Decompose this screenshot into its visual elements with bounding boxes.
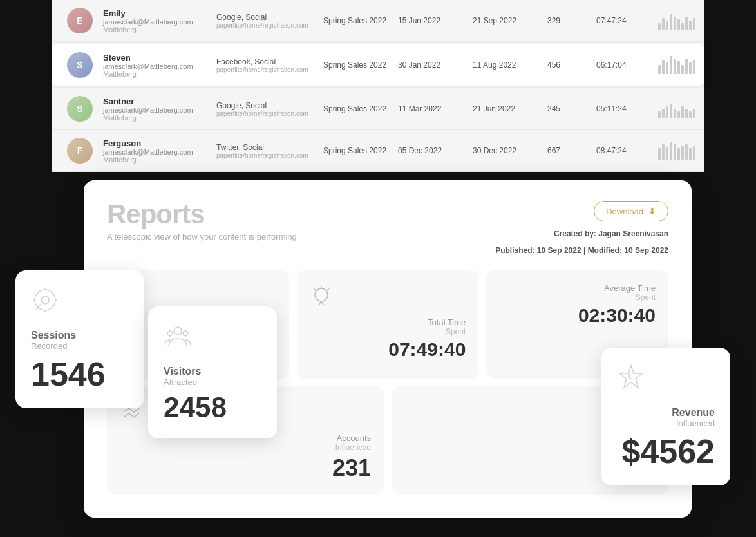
avatar: E: [67, 8, 93, 33]
time: 06:17:04: [596, 61, 648, 70]
table-panel: E Emily jamesclark@Mattleberg.com Mattle…: [52, 0, 704, 172]
sessions-sublabel: Recorded: [31, 341, 129, 351]
download-label: Download: [606, 207, 643, 216]
source-info: Google, Social paperflite/home/registrat…: [216, 101, 313, 117]
svg-line-5: [314, 288, 316, 291]
campaign: Spring Sales 2022: [323, 104, 388, 113]
card-sessions: Sessions Recorded 1546: [15, 270, 144, 408]
created-by-label: Created by:: [554, 229, 596, 238]
revenue-label: Revenue: [617, 407, 715, 419]
mini-chart: [658, 12, 703, 30]
visitors-label: Visitors: [164, 366, 261, 377]
count: 329: [547, 16, 586, 25]
meta-info: Created by: Jagan Sreenivasan: [554, 229, 668, 238]
svg-point-9: [41, 296, 49, 304]
svg-text:$: $: [628, 373, 632, 381]
revenue-sublabel: Influenced: [617, 419, 715, 428]
start-date: 30 Jan 2022: [398, 61, 462, 70]
avatar: S: [67, 96, 93, 122]
source-info: Google, Social paperflite/home/registrat…: [216, 13, 313, 29]
svg-point-2: [315, 288, 328, 301]
source-name: Twitter, Social: [216, 143, 313, 152]
revenue-icon: $: [617, 363, 715, 397]
svg-point-16: [183, 331, 188, 336]
end-date: 21 Jun 2022: [473, 104, 537, 113]
reports-title: Reports: [107, 201, 297, 228]
campaign: Spring Sales 2022: [323, 61, 388, 70]
svg-line-7: [321, 301, 324, 305]
source-url: paperflite/home/registration.com: [216, 152, 313, 159]
card-revenue: $ Revenue Influenced $4562: [601, 348, 730, 485]
user-info: Santner jamesclark@Mattleberg.com Mattle…: [103, 97, 206, 122]
download-button[interactable]: Download ⬇: [594, 201, 668, 221]
mini-chart: [658, 100, 703, 118]
table-row-highlighted[interactable]: S Steven jamesclark@Mattleberg.com Mattl…: [52, 44, 704, 86]
separator: |: [583, 246, 588, 255]
source-url: paperflite/home/registration.com: [216, 22, 313, 29]
user-email: jamesclark@Mattleberg.com: [103, 18, 206, 26]
total-time-sublabel: Spent: [310, 327, 466, 336]
source-url: paperflite/home/registration.com: [216, 66, 313, 73]
avg-time-value: 02:30:40: [499, 305, 656, 326]
source-url: paperflite/home/registration.com: [216, 110, 313, 117]
count: 245: [547, 104, 586, 113]
count: 456: [547, 61, 586, 70]
user-name: Steven: [103, 53, 206, 62]
user-info: Ferguson jamesclark@Mattleberg.com Mattl…: [103, 138, 206, 164]
reports-header: Reports A telescopic view of how your co…: [107, 201, 668, 255]
count: 667: [547, 146, 586, 155]
table-row[interactable]: S Santner jamesclark@Mattleberg.com Matt…: [52, 88, 704, 130]
time: 05:11:24: [596, 104, 648, 113]
user-company: Mattleberg: [103, 114, 206, 122]
published-label: Published:: [495, 246, 537, 255]
user-company: Mattleberg: [103, 26, 206, 33]
user-name: Santner: [103, 97, 206, 106]
visitors-sublabel: Attracted: [164, 377, 261, 387]
svg-point-15: [167, 331, 173, 336]
user-email: jamesclark@Mattleberg.com: [103, 148, 206, 156]
table-row[interactable]: F Ferguson jamesclark@Mattleberg.com Mat…: [52, 130, 704, 172]
published-date: 10 Sep 2022: [537, 246, 581, 255]
dates-info: Published: 10 Sep 2022 | Modified: 10 Se…: [495, 246, 668, 255]
svg-line-6: [319, 301, 321, 305]
reports-subtitle: A telescopic view of how your content is…: [107, 232, 297, 241]
start-date: 15 Jun 2022: [398, 16, 462, 25]
total-time-label: Total Time: [310, 317, 466, 327]
total-time-value: 07:49:40: [310, 339, 466, 361]
user-info: Emily jamesclark@Mattleberg.com Mattlebe…: [103, 8, 206, 33]
start-date: 11 Mar 2022: [398, 104, 462, 113]
svg-point-14: [174, 327, 182, 335]
avg-time-label: Average Time: [499, 283, 656, 293]
created-by: Jagan Sreenivasan: [598, 229, 668, 238]
sessions-value: 1546: [31, 356, 129, 393]
start-date: 05 Dec 2022: [398, 146, 462, 155]
sessions-label: Sessions: [31, 330, 129, 341]
accounts-value: 231: [120, 455, 371, 482]
download-icon: ⬇: [648, 206, 656, 216]
avatar: S: [67, 52, 93, 78]
sessions-icon: [31, 286, 129, 319]
card-visitors: Visitors Attracted 2458: [148, 306, 277, 438]
table-row[interactable]: E Emily jamesclark@Mattleberg.com Mattle…: [52, 0, 704, 42]
modified-date: 10 Sep 2022: [624, 246, 668, 255]
user-email: jamesclark@Mattleberg.com: [103, 106, 206, 114]
modified-label: Modified:: [588, 246, 625, 255]
revenue-value: $4562: [617, 433, 715, 470]
source-name: Facebook, Social: [216, 57, 313, 66]
mini-chart: [658, 56, 703, 74]
source-info: Twitter, Social paperflite/home/registra…: [216, 143, 313, 159]
visitors-icon: [164, 322, 261, 355]
user-info: Steven jamesclark@Mattleberg.com Mattleb…: [103, 53, 206, 78]
stat-total-time: Total Time Spent 07:49:40: [297, 270, 479, 379]
user-name: Emily: [103, 8, 206, 18]
end-date: 21 Sep 2022: [473, 16, 537, 25]
user-name: Ferguson: [103, 138, 206, 148]
campaign: Spring Sales 2022: [323, 16, 388, 25]
user-email: jamesclark@Mattleberg.com: [103, 62, 206, 70]
end-date: 11 Aug 2022: [473, 61, 537, 70]
visitors-value: 2458: [164, 392, 261, 423]
end-date: 30 Dec 2022: [473, 146, 537, 155]
user-company: Mattleberg: [103, 156, 206, 164]
telescope-icon: [310, 283, 333, 310]
source-name: Google, Social: [216, 13, 313, 22]
